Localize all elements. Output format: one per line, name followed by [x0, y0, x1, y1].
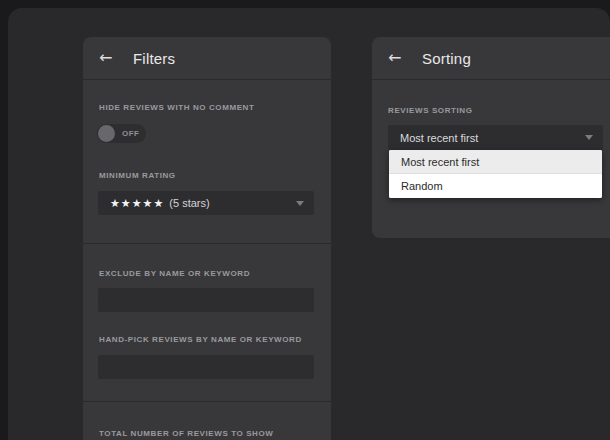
toggle-knob-icon: [98, 125, 115, 142]
hide-no-comment-label: HIDE REVIEWS WITH NO COMMENT: [99, 103, 315, 112]
back-arrow-icon[interactable]: ←: [388, 48, 408, 68]
menu-item-random[interactable]: Random: [389, 174, 602, 198]
filters-header: ← Filters: [83, 37, 331, 80]
back-arrow-icon[interactable]: ←: [99, 48, 119, 68]
reviews-sorting-label: REVIEWS SORTING: [388, 106, 602, 115]
toggle-state-label: OFF: [122, 129, 140, 138]
handpick-keyword-label: HAND-PICK REVIEWS BY NAME OR KEYWORD: [99, 335, 315, 344]
sorting-panel: ← Sorting REVIEWS SORTING Most recent fi…: [372, 37, 610, 238]
minimum-rating-label: MINIMUM RATING: [99, 171, 315, 180]
chevron-down-icon: [296, 201, 304, 206]
exclude-keyword-label: EXCLUDE BY NAME OR KEYWORD: [99, 269, 315, 278]
sorting-dropdown-menu: Most recent first Random: [389, 150, 602, 198]
reviews-sorting-select[interactable]: Most recent first: [388, 125, 603, 150]
filters-panel: ← Filters HIDE REVIEWS WITH NO COMMENT O…: [83, 37, 331, 440]
chevron-down-icon: [585, 135, 593, 140]
section-divider: [83, 243, 331, 244]
total-reviews-label: TOTAL NUMBER OF REVIEWS TO SHOW: [99, 429, 315, 438]
filters-title: Filters: [133, 50, 175, 67]
minimum-rating-select[interactable]: ★★★★★ (5 stars): [98, 191, 314, 215]
section-divider: [83, 401, 331, 402]
sorting-header: ← Sorting: [372, 37, 610, 80]
sorting-title: Sorting: [422, 50, 471, 67]
handpick-keyword-input[interactable]: [98, 355, 314, 379]
minimum-rating-value: (5 stars): [169, 197, 209, 209]
reviews-sorting-value: Most recent first: [400, 132, 478, 144]
stars-icon: ★★★★★: [110, 197, 164, 210]
exclude-keyword-input[interactable]: [98, 288, 314, 312]
menu-item-most-recent-first[interactable]: Most recent first: [389, 150, 602, 174]
hide-no-comment-toggle[interactable]: OFF: [97, 124, 146, 143]
